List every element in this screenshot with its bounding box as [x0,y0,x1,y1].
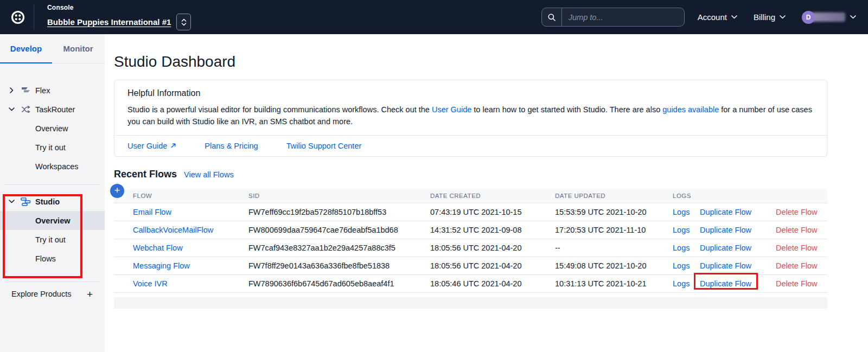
table-footer [114,297,827,309]
helpful-card-text: Studio is a powerful visual editor for b… [127,104,814,128]
external-link-icon [170,143,176,149]
flow-name-link[interactable]: CallbackVoiceMailFlow [114,226,248,234]
delete-flow-link[interactable]: Delete Flow [776,208,827,216]
duplicate-flow-link[interactable]: Duplicate Flow [700,208,776,216]
recent-flows-table: FLOW SID DATE CREATED DATE UPDATED LOGS … [114,189,827,309]
date-updated: 10:31:13 UTC 2021-10-21 [555,279,673,288]
date-created: 14:31:52 UTC 2021-09-08 [430,226,555,234]
column-header-date-updated: DATE UPDATED [555,193,673,199]
top-navbar: Console Bubble Puppies International #1 … [0,0,868,34]
flow-sid: FW7f8ff29e0143a636a336fbe8fbe51838 [248,261,430,270]
logs-link[interactable]: Logs [673,279,700,288]
link-label: User Guide [127,142,167,150]
guides-available-link[interactable]: guides available [662,105,719,114]
user-guide-footer-link[interactable]: User Guide [127,142,176,150]
flow-sid: FW800699daa759647cae76deabf5a1bd68 [248,226,430,234]
logs-link[interactable]: Logs [673,208,700,216]
flow-sid: FW7caf943e8327aa1b2e29a4257a88c3f5 [248,244,430,252]
jump-to-search [541,8,685,27]
date-created: 07:43:19 UTC 2021-10-15 [430,208,555,216]
helpful-information-card: Helpful Information Studio is a powerful… [114,80,827,157]
delete-flow-link[interactable]: Delete Flow [776,261,827,270]
date-updated: 15:49:08 UTC 2021-10-20 [555,261,673,270]
tab-monitor[interactable]: Monitor [52,34,104,63]
sidebar-item-studio-try-it-out[interactable]: Try it out [0,230,105,249]
sidebar-item-label: Flex [35,86,50,95]
table-row: Messaging Flow FW7f8ff29e0143a636a336fbe… [114,257,827,275]
sidebar-item-studio[interactable]: Studio [0,192,105,211]
table-row: Webchat Flow FW7caf943e8327aa1b2e29a4257… [114,239,827,257]
sidebar-item-flex[interactable]: Flex [0,81,105,100]
studio-section: Studio Overview Try it out Flows [0,192,105,268]
duplicate-flow-link[interactable]: Duplicate Flow [700,226,776,234]
taskrouter-icon [19,106,32,113]
user-guide-inline-link[interactable]: User Guide [432,105,471,114]
delete-flow-link[interactable]: Delete Flow [776,244,827,252]
plus-icon: + [87,289,93,299]
account-name-link[interactable]: Bubble Puppies International #1 [47,17,171,27]
logs-link[interactable]: Logs [673,261,700,270]
table-row: Voice IVR FW7890636f6b6745d67ad605eb8aea… [114,275,827,293]
delete-flow-link[interactable]: Delete Flow [776,279,827,288]
chevron-down-icon [731,15,737,19]
date-updated: 15:53:59 UTC 2021-10-20 [555,208,673,216]
flow-name-link[interactable]: Voice IVR [114,279,248,288]
sidebar-item-taskrouter[interactable]: TaskRouter [0,100,105,119]
sidebar-tabs: Develop Monitor [0,34,105,63]
link-label: Twilio Support Center [286,142,362,150]
search-icon[interactable] [542,8,562,26]
explore-products-button[interactable]: Explore Products + [0,283,105,305]
add-flow-button[interactable]: + [110,184,124,198]
chevron-down-icon [7,200,16,203]
duplicate-flow-link[interactable]: Duplicate Flow [700,279,776,288]
column-header-logs: LOGS [673,193,700,199]
twilio-logo-icon[interactable] [9,8,27,27]
sidebar-item-studio-flows[interactable]: Flows [0,249,105,268]
account-switcher-button[interactable] [176,14,191,30]
column-header-date-created: DATE CREATED [430,193,555,199]
sidebar-item-studio-overview[interactable]: Overview [0,211,105,230]
billing-menu[interactable]: Billing [754,12,786,22]
sidebar-item-taskrouter-workspaces[interactable]: Workspaces [0,157,105,176]
account-menu[interactable]: Account [698,12,737,22]
chevron-down-icon [850,15,856,19]
delete-flow-link[interactable]: Delete Flow [776,226,827,234]
table-row: CallbackVoiceMailFlow FW800699daa759647c… [114,221,827,239]
body-text: to learn how to get started with Studio.… [471,105,662,114]
main-content: Studio Dashboard Helpful Information Stu… [105,34,868,352]
sidebar: Develop Monitor Flex [0,34,105,352]
recent-flows-heading: Recent Flows [114,169,177,180]
sidebar-item-taskrouter-try-it-out[interactable]: Try it out [0,138,105,157]
column-header-flow: FLOW [114,193,248,199]
logs-link[interactable]: Logs [673,244,700,252]
duplicate-flow-link[interactable]: Duplicate Flow [700,244,776,252]
flow-name-link[interactable]: Webchat Flow [114,244,248,252]
search-input[interactable] [562,8,684,26]
page-title: Studio Dashboard [114,53,868,71]
sidebar-item-label: TaskRouter [35,105,75,114]
sidebar-divider [4,281,100,282]
user-menu[interactable]: D [802,11,856,24]
console-label: Console [47,4,191,11]
flow-name-link[interactable]: Email Flow [114,208,248,216]
duplicate-flow-link[interactable]: Duplicate Flow [700,261,776,270]
sidebar-item-label: Studio [35,197,60,206]
sidebar-item-taskrouter-overview[interactable]: Overview [0,119,105,138]
twilio-support-center-link[interactable]: Twilio Support Center [286,142,362,150]
tab-develop[interactable]: Develop [0,34,52,63]
flow-name-link[interactable]: Messaging Flow [114,261,248,270]
logs-link[interactable]: Logs [673,226,700,234]
table-header-row: FLOW SID DATE CREATED DATE UPDATED LOGS [114,189,827,203]
navbar-divider [34,4,34,30]
chevron-down-icon [780,15,786,19]
plans-pricing-link[interactable]: Plans & Pricing [205,142,258,150]
account-menu-label: Account [698,12,727,22]
explore-products-label: Explore Products [11,290,71,298]
flex-icon [19,87,32,94]
sidebar-divider [4,184,100,185]
flow-sid: FW7890636f6b6745d67ad605eb8aeaf4f1 [248,279,430,288]
billing-menu-label: Billing [754,12,775,22]
helpful-card-heading: Helpful Information [127,88,814,98]
table-row: Email Flow FW7eff69cc19f2ba5728f85107b18… [114,203,827,221]
view-all-flows-link[interactable]: View all Flows [184,170,234,179]
